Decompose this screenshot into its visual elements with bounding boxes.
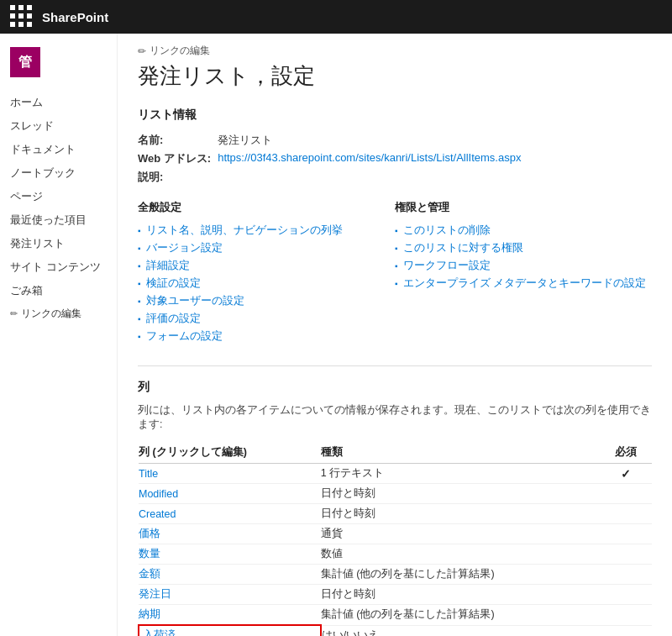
column-name-cell: 納期 [139, 605, 321, 626]
table-row: 金額集計値 (他の列を基にした計算結果) [139, 565, 652, 585]
column-name-cell: Modified [139, 484, 321, 504]
table-row: Modified日付と時刻 [139, 484, 652, 504]
column-name-link[interactable]: 発注日 [139, 588, 171, 600]
avatar: 管 [10, 47, 40, 77]
column-required-cell: ✓ [606, 464, 652, 484]
columns-section: 列 列には、リスト内の各アイテムについての情報が保存されます。現在、このリストで… [138, 380, 652, 636]
column-type-cell: 日付と時刻 [321, 504, 606, 524]
settings-link-2[interactable]: 詳細設定 [138, 257, 395, 275]
column-name-cell: Title [139, 464, 321, 484]
column-required-cell [606, 484, 652, 504]
top-nav: SharePoint [0, 0, 672, 34]
column-required-cell [606, 605, 652, 626]
column-type-cell: 集計値 (他の列を基にした計算結果) [321, 565, 606, 585]
breadcrumb: ✏ リンクの編集 [138, 44, 652, 58]
main-layout: 管 ホーム スレッド ドキュメント ノートブック ページ 最近使った項目 発注リ… [0, 34, 672, 636]
perm-link-2[interactable]: ワークフロー設定 [395, 257, 652, 275]
col-header-type: 種類 [321, 442, 606, 464]
required-checkmark: ✓ [621, 467, 631, 481]
col-header-required: 必須 [606, 442, 652, 464]
column-name-link[interactable]: 価格 [139, 528, 160, 539]
settings-link-0[interactable]: リスト名、説明、ナビゲーションの列挙 [138, 222, 395, 239]
settings-link-6[interactable]: フォームの設定 [138, 328, 395, 345]
description-value [218, 168, 528, 187]
column-name-link[interactable]: Title [139, 468, 158, 480]
sidebar-item-thread[interactable]: スレッド [0, 114, 117, 138]
columns-table: 列 (クリックして編集) 種類 必須 Title1 行テキスト✓Modified… [138, 442, 652, 636]
column-name-cell: 発注日 [139, 585, 321, 605]
sidebar-item-home[interactable]: ホーム [0, 91, 117, 114]
column-required-cell [606, 504, 652, 524]
perm-link-1[interactable]: このリストに対する権限 [395, 239, 652, 257]
column-required-cell [606, 565, 652, 585]
page-title: 発注リスト，設定 [138, 61, 652, 91]
column-name-link[interactable]: 数量 [139, 548, 160, 560]
column-type-cell: はい/いいえ [321, 625, 606, 636]
column-type-cell: 通貨 [321, 524, 606, 544]
breadcrumb-text: リンクの編集 [150, 44, 210, 58]
table-row: 入荷済はい/いいえ [139, 625, 652, 636]
perm-link-0[interactable]: このリストの削除 [395, 222, 652, 239]
column-type-cell: 数値 [321, 544, 606, 565]
column-name-cell: 数量 [139, 544, 321, 565]
column-name-cell: Created [139, 504, 321, 524]
sidebar-item-site-contents[interactable]: サイト コンテンツ [0, 255, 117, 279]
columns-description: 列には、リスト内の各アイテムについての情報が保存されます。現在、このリストでは次… [138, 403, 652, 432]
column-type-cell: 日付と時刻 [321, 585, 606, 605]
list-info-section: リスト情報 名前: 発注リスト Web アドレス: https://03f43.… [138, 108, 652, 187]
settings-link-3[interactable]: 検証の設定 [138, 275, 395, 292]
sidebar-item-documents[interactable]: ドキュメント [0, 138, 117, 161]
app-title: SharePoint [42, 10, 108, 24]
description-label: 説明: [138, 168, 218, 187]
sidebar-item-orders[interactable]: 発注リスト [0, 232, 117, 255]
permissions-settings-title: 権限と管理 [395, 200, 652, 215]
breadcrumb-pencil-icon: ✏ [138, 45, 146, 57]
column-name-cell: 入荷済 [139, 625, 321, 636]
settings-link-5[interactable]: 評価の設定 [138, 310, 395, 328]
settings-grid: 全般設定 リスト名、説明、ナビゲーションの列挙 バージョン設定 詳細設定 検証の… [138, 200, 652, 345]
table-row: Created日付と時刻 [139, 504, 652, 524]
table-row: Title1 行テキスト✓ [139, 464, 652, 484]
web-address-label: Web アドレス: [138, 150, 218, 168]
list-name-label: 名前: [138, 131, 218, 150]
column-name-link[interactable]: Created [139, 508, 176, 520]
divider-1 [138, 365, 652, 366]
sidebar-item-notebook[interactable]: ノートブック [0, 161, 117, 185]
column-name-link[interactable]: 納期 [139, 608, 160, 620]
column-required-cell [606, 625, 652, 636]
list-info-title: リスト情報 [138, 108, 652, 123]
perm-link-3[interactable]: エンタープライズ メタデータとキーワードの設定 [395, 275, 652, 292]
table-row: 納期集計値 (他の列を基にした計算結果) [139, 605, 652, 626]
sidebar: 管 ホーム スレッド ドキュメント ノートブック ページ 最近使った項目 発注リ… [0, 34, 118, 636]
settings-link-1[interactable]: バージョン設定 [138, 239, 395, 257]
column-required-cell [606, 544, 652, 565]
app-grid-icon[interactable] [10, 5, 34, 29]
column-name-link[interactable]: 入荷済 [143, 629, 176, 637]
col-header-name: 列 (クリックして編集) [139, 442, 321, 464]
column-name-cell: 金額 [139, 565, 321, 585]
content-area: ✏ リンクの編集 発注リスト，設定 リスト情報 名前: 発注リスト Web アド… [118, 34, 672, 636]
column-type-cell: 集計値 (他の列を基にした計算結果) [321, 605, 606, 626]
sidebar-edit-link[interactable]: ✏ リンクの編集 [0, 302, 117, 325]
sidebar-item-recent[interactable]: 最近使った項目 [0, 208, 117, 232]
sidebar-edit-label: リンクの編集 [21, 307, 81, 321]
permissions-settings-col: 権限と管理 このリストの削除 このリストに対する権限 ワークフロー設定 エンター… [395, 200, 652, 345]
column-name-link[interactable]: Modified [139, 488, 178, 500]
table-row: 発注日日付と時刻 [139, 585, 652, 605]
sidebar-item-trash[interactable]: ごみ箱 [0, 279, 117, 302]
column-name-cell: 価格 [139, 524, 321, 544]
general-settings-title: 全般設定 [138, 200, 395, 215]
table-row: 数量数値 [139, 544, 652, 565]
pencil-icon: ✏ [10, 308, 18, 319]
column-required-cell [606, 585, 652, 605]
column-type-cell: 1 行テキスト [321, 464, 606, 484]
sidebar-item-pages[interactable]: ページ [0, 185, 117, 208]
column-type-cell: 日付と時刻 [321, 484, 606, 504]
general-settings-col: 全般設定 リスト名、説明、ナビゲーションの列挙 バージョン設定 詳細設定 検証の… [138, 200, 395, 345]
column-name-link[interactable]: 金額 [139, 568, 160, 580]
web-address-value[interactable]: https://03f43.sharepoint.com/sites/kanri… [218, 150, 528, 168]
settings-link-4[interactable]: 対象ユーザーの設定 [138, 292, 395, 310]
table-row: 価格通貨 [139, 524, 652, 544]
column-required-cell [606, 524, 652, 544]
list-name-value: 発注リスト [218, 131, 528, 150]
